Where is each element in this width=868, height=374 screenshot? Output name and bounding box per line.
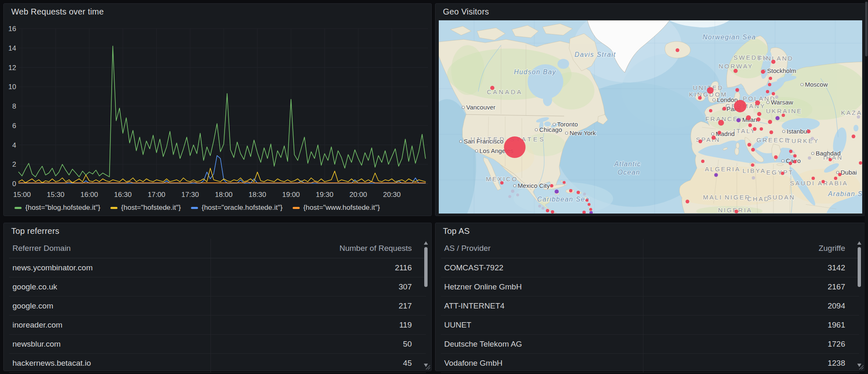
visitor-marker[interactable]	[829, 158, 832, 161]
page-scrollbar-thumb[interactable]	[865, 2, 868, 56]
visitor-marker[interactable]	[760, 127, 763, 131]
scrollbar-thumb[interactable]	[424, 247, 428, 287]
visitor-marker[interactable]	[753, 127, 757, 131]
visitor-marker[interactable]	[782, 114, 785, 117]
visitor-marker[interactable]	[771, 60, 775, 64]
visitor-marker[interactable]	[768, 120, 772, 124]
city-label: London	[717, 96, 738, 103]
visitor-marker[interactable]	[768, 83, 771, 86]
visitor-marker[interactable]	[811, 137, 814, 140]
svg-text:0: 0	[12, 180, 16, 188]
visitor-marker[interactable]	[586, 199, 589, 202]
legend-item[interactable]: {host="hofstede.it"}	[110, 204, 181, 212]
visitor-marker[interactable]	[707, 87, 714, 94]
visitor-marker[interactable]	[736, 88, 739, 92]
scroll-up-icon[interactable]	[857, 241, 861, 245]
visitor-marker[interactable]	[774, 155, 778, 159]
visitor-marker[interactable]	[701, 160, 704, 163]
visitor-marker[interactable]	[551, 210, 554, 214]
visitor-marker[interactable]	[761, 70, 765, 74]
visitor-marker[interactable]	[686, 200, 690, 204]
visitor-marker[interactable]	[723, 107, 726, 111]
legend-item[interactable]: {host="www.hofstede.it"}	[293, 204, 380, 212]
visitor-marker[interactable]	[734, 100, 746, 112]
visitor-marker[interactable]	[698, 96, 702, 100]
visitor-marker[interactable]	[857, 115, 860, 119]
visitor-marker[interactable]	[734, 69, 738, 73]
visitor-marker[interactable]	[714, 173, 718, 177]
visitor-marker[interactable]	[769, 77, 772, 80]
panel-resize-handle[interactable]	[425, 364, 430, 370]
column-header[interactable]: Number of Requests	[210, 239, 426, 258]
visitor-marker[interactable]	[712, 136, 716, 140]
visitor-marker[interactable]	[789, 162, 792, 165]
panel-resize-handle[interactable]	[858, 364, 864, 370]
visitor-marker[interactable]	[676, 49, 680, 52]
visitor-marker[interactable]	[808, 156, 811, 160]
visitor-marker[interactable]	[748, 143, 751, 147]
visitor-marker[interactable]	[838, 173, 841, 176]
visitor-marker[interactable]	[509, 195, 511, 198]
time-series-chart[interactable]: 024681012141615:0015:3016:0016:3017:0017…	[7, 19, 430, 203]
column-header[interactable]: AS / Provider	[441, 239, 643, 258]
visitor-marker[interactable]	[577, 191, 580, 194]
visitor-marker[interactable]	[770, 131, 773, 134]
visitor-marker[interactable]	[589, 208, 592, 211]
visitor-marker[interactable]	[772, 92, 775, 95]
legend-item[interactable]: {host="blog.hofstede.it"}	[15, 204, 100, 212]
scrollbar-thumb[interactable]	[858, 247, 861, 287]
cell-value: 307	[210, 277, 426, 296]
visitor-marker[interactable]	[852, 135, 856, 138]
visitor-marker[interactable]	[588, 203, 591, 206]
column-header[interactable]: Referrer Domain	[9, 239, 210, 258]
visitor-marker[interactable]	[775, 116, 780, 120]
svg-text:20:30: 20:30	[383, 191, 401, 199]
geo-map[interactable]: Norwegian SeaDavis StraitHudson BayAtlan…	[439, 20, 862, 214]
visitor-marker[interactable]	[718, 131, 721, 135]
visitor-marker[interactable]	[755, 100, 760, 105]
visitor-marker[interactable]	[807, 130, 811, 134]
visitor-marker[interactable]	[789, 150, 792, 153]
visitor-marker[interactable]	[542, 207, 545, 210]
visitor-marker[interactable]	[511, 189, 514, 193]
visitor-marker[interactable]	[563, 181, 566, 184]
visitor-marker[interactable]	[500, 181, 504, 185]
visitor-marker[interactable]	[822, 180, 825, 183]
visitor-marker[interactable]	[812, 177, 815, 180]
visitor-marker[interactable]	[546, 209, 549, 212]
visitor-marker[interactable]	[859, 161, 862, 165]
visitor-marker[interactable]	[718, 120, 724, 126]
visitor-marker[interactable]	[766, 90, 769, 93]
visitor-marker[interactable]	[699, 140, 702, 143]
visitor-marker[interactable]	[569, 189, 572, 192]
panel-title[interactable]: Web Requests over time	[4, 4, 431, 19]
visitor-marker[interactable]	[516, 194, 519, 197]
visitor-marker[interactable]	[709, 109, 712, 112]
visitor-marker[interactable]	[736, 118, 741, 122]
visitor-marker[interactable]	[746, 115, 751, 120]
legend-item[interactable]: {host="oracle.hofstede.it"}	[191, 204, 283, 212]
visitor-marker[interactable]	[752, 176, 755, 180]
visitor-marker[interactable]	[751, 163, 754, 167]
visitor-marker[interactable]	[490, 86, 494, 90]
visitor-marker[interactable]	[775, 95, 778, 99]
panel-title[interactable]: Geo Visitors	[435, 4, 865, 19]
visitor-marker[interactable]	[757, 112, 761, 116]
visitor-marker[interactable]	[756, 117, 760, 121]
visitor-marker[interactable]	[834, 177, 837, 180]
visitor-marker[interactable]	[751, 148, 755, 152]
panel-title[interactable]: Top AS	[435, 223, 865, 239]
column-header[interactable]: Zugriffe	[643, 239, 860, 258]
visitor-marker[interactable]	[781, 172, 784, 175]
visitor-marker[interactable]	[735, 210, 738, 214]
visitor-marker[interactable]	[793, 154, 797, 158]
visitor-marker[interactable]	[550, 184, 553, 187]
visitor-marker[interactable]	[504, 136, 526, 158]
panel-title[interactable]: Top referrers	[4, 223, 431, 239]
scroll-up-icon[interactable]	[424, 241, 428, 245]
visitor-marker[interactable]	[555, 189, 559, 194]
visitor-marker[interactable]	[538, 205, 541, 208]
visitor-marker[interactable]	[583, 193, 586, 196]
visitor-marker[interactable]	[748, 124, 752, 127]
visitor-marker[interactable]	[793, 160, 797, 163]
